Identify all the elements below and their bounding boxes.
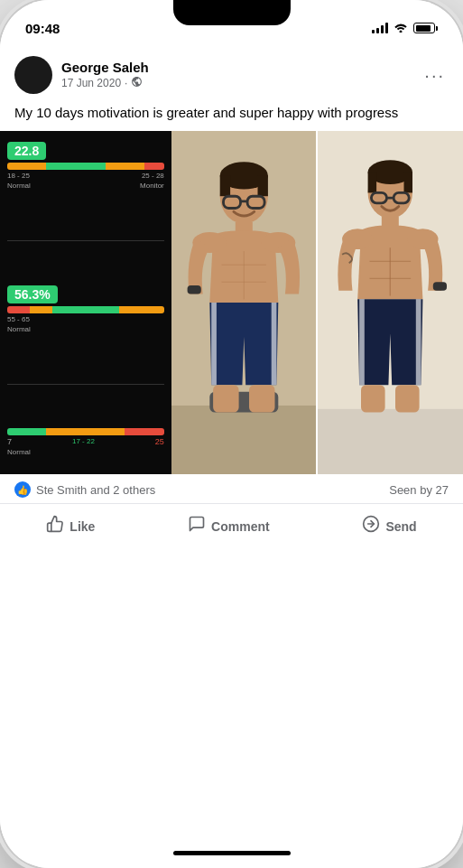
reaction-badge: 👍 bbox=[14, 481, 31, 498]
like-icon bbox=[46, 515, 64, 537]
body-labels: 55 - 65 bbox=[7, 315, 164, 323]
body-bar bbox=[7, 306, 164, 313]
stat-block-bmi: 22.8 18 - 25 25 - 28 Normal bbox=[7, 142, 164, 191]
like-badge-icon: 👍 bbox=[14, 481, 31, 498]
status-icons bbox=[372, 22, 438, 35]
post-reactions: 👍 Ste Smith and 2 others Seen by 27 bbox=[0, 474, 463, 504]
post-image-collage: 22.8 18 - 25 25 - 28 Normal bbox=[0, 131, 463, 474]
svg-rect-38 bbox=[433, 282, 447, 291]
muscle-cat-normal: Normal bbox=[7, 448, 31, 456]
svg-rect-1 bbox=[171, 406, 317, 474]
svg-rect-14 bbox=[272, 303, 277, 385]
phone-frame: 09:48 bbox=[0, 0, 463, 868]
svg-rect-13 bbox=[211, 303, 217, 385]
wifi-icon bbox=[394, 22, 408, 35]
svg-rect-6 bbox=[257, 175, 267, 196]
bmi-range-label2: 25 - 28 bbox=[142, 172, 164, 180]
home-indicator bbox=[0, 837, 463, 868]
dot-separator: · bbox=[125, 77, 127, 89]
seen-by-text: Seen by 27 bbox=[389, 483, 449, 497]
bmi-labels: 18 - 25 25 - 28 bbox=[7, 172, 164, 180]
muscle-cat-labels: Normal bbox=[7, 448, 164, 456]
svg-rect-36 bbox=[361, 385, 385, 412]
bmi-cat-labels: Normal Monitor bbox=[7, 182, 164, 190]
send-button[interactable]: Send bbox=[347, 508, 431, 545]
more-options-button[interactable]: ··· bbox=[421, 61, 449, 89]
avatar bbox=[14, 56, 52, 94]
muscle-labels: 7 17 - 22 25 bbox=[7, 437, 164, 446]
stat-value-body: 56.3% bbox=[7, 285, 58, 303]
svg-rect-35 bbox=[416, 299, 421, 385]
svg-rect-37 bbox=[395, 385, 420, 412]
body-cat-normal: Normal bbox=[7, 325, 31, 333]
comment-button[interactable]: Comment bbox=[173, 508, 284, 545]
muscle-range-mid: 17 - 22 bbox=[72, 437, 95, 446]
status-time: 09:48 bbox=[25, 21, 60, 36]
stat-block-body: 56.3% 55 - 65 Normal bbox=[7, 285, 164, 335]
divider-1 bbox=[7, 240, 164, 241]
svg-rect-5 bbox=[220, 175, 230, 196]
svg-rect-23 bbox=[318, 409, 463, 474]
post-header: George Saleh 17 Jun 2020 · ··· bbox=[0, 45, 463, 101]
post-date: 17 Jun 2020 bbox=[61, 77, 121, 89]
body-cat-labels: Normal bbox=[7, 325, 164, 333]
svg-rect-34 bbox=[360, 299, 366, 385]
post-text: My 10 days motivation is greater and sup… bbox=[0, 101, 463, 131]
photos-right bbox=[171, 131, 463, 474]
photo-before bbox=[171, 131, 317, 474]
body-range-label: 55 - 65 bbox=[7, 315, 30, 323]
send-label: Send bbox=[385, 519, 416, 534]
svg-rect-17 bbox=[187, 285, 200, 294]
notch bbox=[173, 0, 291, 25]
bmi-cat-normal: Normal bbox=[7, 182, 31, 190]
send-icon bbox=[362, 515, 380, 537]
muscle-range-high: 25 bbox=[155, 437, 164, 446]
post-card: George Saleh 17 Jun 2020 · ··· bbox=[0, 45, 463, 837]
muscle-range-low: 7 bbox=[7, 437, 12, 446]
post-actions: Like Comment bbox=[0, 504, 463, 552]
photo-after bbox=[316, 131, 463, 474]
content-area: George Saleh 17 Jun 2020 · ··· bbox=[0, 45, 463, 837]
svg-rect-16 bbox=[249, 385, 275, 412]
like-label: Like bbox=[69, 519, 95, 534]
stat-block-muscle: 7 17 - 22 25 Normal bbox=[7, 428, 164, 458]
signal-icon bbox=[372, 23, 388, 33]
stats-panel: 22.8 18 - 25 25 - 28 Normal bbox=[0, 131, 171, 474]
status-bar: 09:48 bbox=[0, 0, 463, 45]
bmi-range-label: 18 - 25 bbox=[7, 172, 30, 180]
reactions-left[interactable]: 👍 Ste Smith and 2 others bbox=[14, 481, 155, 498]
divider-2 bbox=[7, 384, 164, 385]
svg-rect-26 bbox=[368, 173, 377, 193]
author-name[interactable]: George Saleh bbox=[61, 60, 149, 75]
author-info: George Saleh 17 Jun 2020 · bbox=[61, 60, 149, 90]
reactors-text: Ste Smith and 2 others bbox=[36, 483, 155, 497]
like-button[interactable]: Like bbox=[32, 508, 109, 545]
post-meta: 17 Jun 2020 · bbox=[61, 76, 149, 90]
bmi-cat-monitor: Monitor bbox=[140, 182, 164, 190]
muscle-bar bbox=[7, 428, 164, 435]
svg-rect-15 bbox=[213, 385, 238, 412]
battery-icon bbox=[413, 23, 438, 33]
svg-rect-27 bbox=[404, 173, 413, 193]
comment-label: Comment bbox=[211, 519, 270, 534]
home-bar bbox=[173, 851, 291, 855]
comment-icon bbox=[188, 515, 206, 537]
bmi-bar bbox=[7, 163, 164, 170]
stat-value-bmi: 22.8 bbox=[7, 142, 46, 160]
privacy-icon bbox=[131, 76, 143, 90]
post-author: George Saleh 17 Jun 2020 · bbox=[14, 56, 149, 94]
